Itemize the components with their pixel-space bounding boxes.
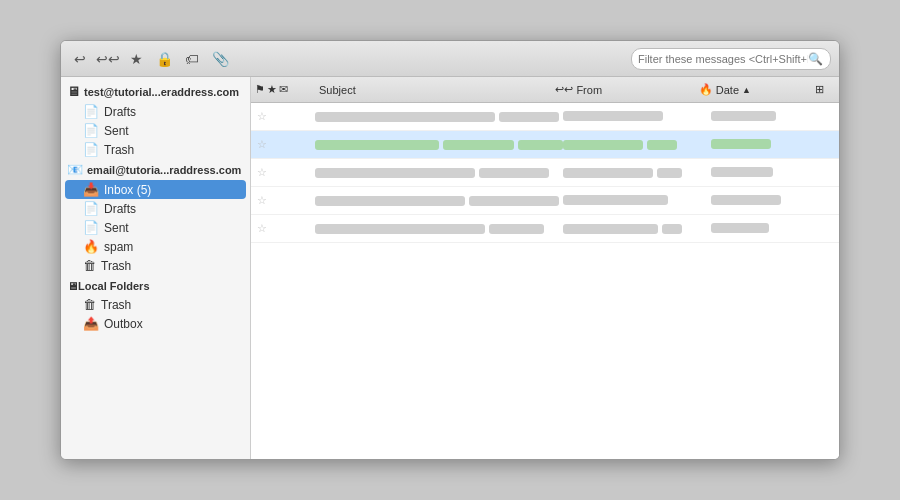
folder-sent-2-label: Sent <box>104 221 129 235</box>
star-icon[interactable]: ★ <box>125 48 147 70</box>
account-icon-1: 🖥 <box>67 84 80 99</box>
col-icons-header[interactable]: ⚑ ★ ✉ <box>255 83 315 96</box>
search-box[interactable]: 🔍 <box>631 48 831 70</box>
main-area: 🖥 test@tutorial...eraddress.com 📄 Drafts… <box>61 77 839 459</box>
sidebar-folder-inbox[interactable]: 📥 Inbox (5) <box>65 180 246 199</box>
subject-label: Subject <box>319 84 356 96</box>
msg-date-2 <box>711 138 835 152</box>
date-sort-icon: 🔥 <box>699 83 713 96</box>
trash-local-icon: 🗑 <box>83 297 96 312</box>
msg-subject-1 <box>315 112 563 122</box>
sidebar-folder-drafts-2[interactable]: 📄 Drafts <box>61 199 250 218</box>
main-window: ↩ ↩↩ ★ 🔒 🏷 📎 🔍 🖥 test@tutorial...eraddre… <box>60 40 840 460</box>
sidebar-folder-trash-1[interactable]: 📄 Trash <box>61 140 250 159</box>
folder-trash-2-label: Trash <box>101 259 131 273</box>
msg-subject-4 <box>315 196 563 206</box>
msg-star-3[interactable]: ☆ <box>255 166 269 179</box>
from-label: From <box>576 84 602 96</box>
folder-sent-1-label: Sent <box>104 124 129 138</box>
sidebar-folder-sent-2[interactable]: 📄 Sent <box>61 218 250 237</box>
folder-trash-1-label: Trash <box>104 143 134 157</box>
account-2-label: email@tutoria...raddress.com <box>87 164 241 176</box>
sidebar-folder-outbox[interactable]: 📤 Outbox <box>61 314 250 333</box>
msg-from-5 <box>563 224 712 234</box>
sidebar-account-2[interactable]: 📧 email@tutoria...raddress.com <box>61 159 250 180</box>
read-sort-icon[interactable]: ✉ <box>279 83 288 96</box>
msg-star-4[interactable]: ☆ <box>255 194 269 207</box>
sidebar-folder-drafts-1[interactable]: 📄 Drafts <box>61 102 250 121</box>
trash-icon-2: 🗑 <box>83 258 96 273</box>
msg-from-2 <box>563 140 712 150</box>
message-row[interactable]: ☆ <box>251 159 839 187</box>
message-list-header: ⚑ ★ ✉ Subject ↩↩ From 🔥 Date ▲ ⊞ <box>251 77 839 103</box>
drafts-icon-1: 📄 <box>83 104 99 119</box>
outbox-icon: 📤 <box>83 316 99 331</box>
folder-outbox-label: Outbox <box>104 317 143 331</box>
account-1-label: test@tutorial...eraddress.com <box>84 86 239 98</box>
sent-icon-1: 📄 <box>83 123 99 138</box>
msg-from-3 <box>563 168 712 178</box>
msg-from-1 <box>563 110 712 124</box>
msg-subject-5 <box>315 224 563 234</box>
folder-inbox-label: Inbox (5) <box>104 183 151 197</box>
message-row[interactable]: ☆ <box>251 131 839 159</box>
lock-icon[interactable]: 🔒 <box>153 48 175 70</box>
reply-icon[interactable]: ↩ <box>69 48 91 70</box>
folder-trash-local-label: Trash <box>101 298 131 312</box>
tag-icon[interactable]: 🏷 <box>181 48 203 70</box>
sidebar-folder-trash-local[interactable]: 🗑 Trash <box>61 295 250 314</box>
folder-drafts-1-label: Drafts <box>104 105 136 119</box>
msg-subject-2 <box>315 140 563 150</box>
date-sort-arrow: ▲ <box>742 85 751 95</box>
sidebar-account-1[interactable]: 🖥 test@tutorial...eraddress.com <box>61 81 250 102</box>
msg-date-4 <box>711 194 835 208</box>
msg-star-1[interactable]: ☆ <box>255 110 269 123</box>
local-folders-section[interactable]: 🖥 Local Folders <box>61 277 250 295</box>
search-input[interactable] <box>638 53 808 65</box>
inbox-icon: 📥 <box>83 182 99 197</box>
msg-subject-3 <box>315 168 563 178</box>
folder-spam-label: spam <box>104 240 133 254</box>
msg-star-2[interactable]: ☆ <box>255 138 269 151</box>
local-folders-label: Local Folders <box>78 280 150 292</box>
attach-icon[interactable]: 📎 <box>209 48 231 70</box>
reply-all-icon[interactable]: ↩↩ <box>97 48 119 70</box>
col-date-header[interactable]: 🔥 Date ▲ <box>695 83 815 96</box>
col-from-header[interactable]: ↩↩ From <box>551 83 694 96</box>
msg-star-5[interactable]: ☆ <box>255 222 269 235</box>
message-pane: ⚑ ★ ✉ Subject ↩↩ From 🔥 Date ▲ ⊞ <box>251 77 839 459</box>
search-icon[interactable]: 🔍 <box>808 52 823 66</box>
toolbar: ↩ ↩↩ ★ 🔒 🏷 📎 🔍 <box>61 41 839 77</box>
col-subject-header[interactable]: Subject <box>315 84 551 96</box>
sidebar-folder-spam[interactable]: 🔥 spam <box>61 237 250 256</box>
drafts-icon-2: 📄 <box>83 201 99 216</box>
spam-icon: 🔥 <box>83 239 99 254</box>
msg-from-4 <box>563 194 712 208</box>
sidebar-folder-sent-1[interactable]: 📄 Sent <box>61 121 250 140</box>
account-icon-2: 📧 <box>67 162 83 177</box>
local-folders-icon: 🖥 <box>67 280 78 292</box>
message-list: ☆ ☆ <box>251 103 839 459</box>
message-row[interactable]: ☆ <box>251 103 839 131</box>
msg-date-3 <box>711 166 835 180</box>
message-row[interactable]: ☆ <box>251 187 839 215</box>
from-thread-icon: ↩↩ <box>555 83 573 96</box>
sidebar: 🖥 test@tutorial...eraddress.com 📄 Drafts… <box>61 77 251 459</box>
date-label: Date <box>716 84 739 96</box>
star-sort-icon[interactable]: ★ <box>267 83 277 96</box>
flag-sort-icon[interactable]: ⚑ <box>255 83 265 96</box>
sent-icon-2: 📄 <box>83 220 99 235</box>
msg-date-5 <box>711 222 835 236</box>
msg-date-1 <box>711 110 835 124</box>
trash-icon-1: 📄 <box>83 142 99 157</box>
folder-drafts-2-label: Drafts <box>104 202 136 216</box>
col-expand-header[interactable]: ⊞ <box>815 83 835 96</box>
message-row[interactable]: ☆ <box>251 215 839 243</box>
sidebar-folder-trash-2[interactable]: 🗑 Trash <box>61 256 250 275</box>
